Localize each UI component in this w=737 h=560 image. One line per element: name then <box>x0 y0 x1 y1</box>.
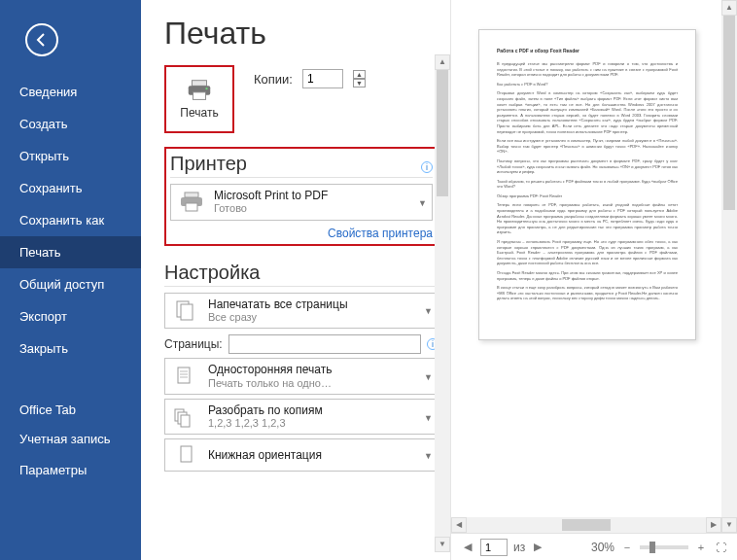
oneside-icon <box>171 365 200 388</box>
sidebar-item-save[interactable]: Сохранить <box>0 172 141 204</box>
zoom-slider[interactable] <box>640 545 688 549</box>
page-title: Печать <box>164 16 439 52</box>
svg-point-8 <box>205 88 207 89</box>
info-icon[interactable]: i <box>421 161 433 173</box>
portrait-icon <box>171 443 200 467</box>
sidebar-item-info[interactable]: Сведения <box>0 76 141 108</box>
print-button[interactable]: Печать <box>164 65 234 133</box>
orientation-title: Книжная ориентация <box>208 448 416 462</box>
svg-rect-14 <box>178 368 190 383</box>
chevron-down-icon: ▼ <box>424 451 432 459</box>
zoom-out-icon[interactable]: − <box>620 541 634 554</box>
chevron-down-icon: ▼ <box>424 372 432 380</box>
fit-page-icon[interactable]: ⛶ <box>714 541 727 554</box>
printer-heading: Принтер <box>170 153 247 175</box>
preview-h-scroll[interactable]: ◀ ▶ <box>451 517 721 533</box>
next-page-icon[interactable]: ▶ <box>531 541 544 554</box>
collate-title: Разобрать по копиям <box>208 403 416 417</box>
print-button-label: Печать <box>180 106 218 120</box>
collate-sub: 1,2,3 1,2,3 1,2,3 <box>208 417 416 430</box>
pages-label: Страницы: <box>164 337 223 351</box>
zoom-in-icon[interactable]: + <box>694 541 708 554</box>
preview-v-scroll[interactable]: ▲ ▼ <box>721 0 737 533</box>
svg-rect-5 <box>193 81 207 87</box>
sidebar: Сведения Создать Открыть Сохранить Сохра… <box>0 0 141 560</box>
print-range-sub: Все сразу <box>208 311 416 324</box>
sidebar-item-options[interactable]: Параметры <box>0 454 141 486</box>
sides-sub: Печать только на одно… <box>208 377 416 390</box>
svg-rect-13 <box>181 304 193 320</box>
printer-status: Готово <box>214 202 410 215</box>
copies-input[interactable] <box>302 69 343 88</box>
copies-spinner[interactable]: ▲▼ <box>353 70 366 88</box>
sidebar-item-new[interactable]: Создать <box>0 108 141 140</box>
zoom-level: 30% <box>591 541 614 554</box>
back-button[interactable] <box>25 23 58 56</box>
sides-dropdown[interactable]: Односторонняя печать Печать только на од… <box>164 358 439 395</box>
svg-rect-7 <box>193 92 205 100</box>
chevron-down-icon: ▼ <box>418 198 426 206</box>
printer-name: Microsoft Print to PDF <box>214 189 410 202</box>
sidebar-item-share[interactable]: Общий доступ <box>0 268 141 300</box>
printer-dropdown[interactable]: Microsoft Print to PDF Готово ▼ <box>170 184 433 221</box>
printer-device-icon <box>177 191 206 214</box>
collate-icon <box>171 405 200 429</box>
chevron-down-icon: ▼ <box>424 413 432 421</box>
sides-title: Односторонняя печать <box>208 363 416 376</box>
pages-input[interactable] <box>228 334 421 354</box>
page-of-label: из <box>513 541 525 554</box>
preview-statusbar: ◀ из ▶ 30% − + ⛶ <box>451 533 737 560</box>
sidebar-item-account[interactable]: Учетная запись <box>0 426 141 454</box>
sidebar-item-print[interactable]: Печать <box>0 236 141 268</box>
sidebar-item-officetab[interactable]: Office Tab <box>0 394 141 426</box>
collate-dropdown[interactable]: Разобрать по копиям 1,2,3 1,2,3 1,2,3 ▼ <box>164 399 439 436</box>
page-number-input[interactable] <box>480 539 508 556</box>
svg-rect-11 <box>186 203 197 211</box>
svg-rect-10 <box>185 192 198 197</box>
printer-icon <box>185 79 214 102</box>
print-range-dropdown[interactable]: Напечатать все страницы Все сразу ▼ <box>164 293 439 330</box>
settings-scrollbar[interactable]: ▲ ▼ <box>435 54 450 552</box>
sidebar-item-close[interactable]: Закрыть <box>0 332 141 365</box>
pages-icon <box>171 298 200 322</box>
printer-properties-link[interactable]: Свойства принтера <box>170 227 433 240</box>
print-preview: Работа с PDF и обзор Foxit Reader В пред… <box>450 0 737 560</box>
settings-heading: Настройка <box>164 262 439 284</box>
svg-rect-21 <box>181 446 192 462</box>
sidebar-item-saveas[interactable]: Сохранить как <box>0 204 141 236</box>
chevron-down-icon: ▼ <box>424 306 432 314</box>
copies-label: Копии: <box>254 72 293 87</box>
sidebar-item-open[interactable]: Открыть <box>0 140 141 172</box>
preview-page: Работа с PDF и обзор Foxit Reader В пред… <box>478 29 696 340</box>
print-pane: Печать Печать Копии: ▲▼ <box>141 0 450 560</box>
print-range-title: Напечатать все страницы <box>208 298 416 311</box>
orientation-dropdown[interactable]: Книжная ориентация ▼ <box>164 438 439 472</box>
svg-rect-20 <box>181 415 190 427</box>
prev-page-icon[interactable]: ◀ <box>461 541 474 554</box>
preview-page-title: Работа с PDF и обзор Foxit Reader <box>497 48 678 53</box>
sidebar-item-export[interactable]: Экспорт <box>0 300 141 332</box>
